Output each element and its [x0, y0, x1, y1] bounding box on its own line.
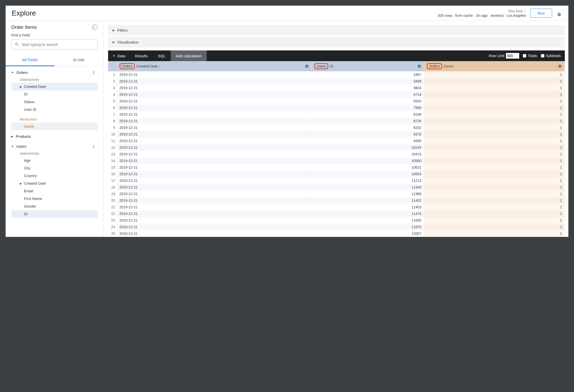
- data-cell[interactable]: 1: [424, 124, 565, 131]
- data-cell[interactable]: 11685: [312, 217, 424, 224]
- dimension-field[interactable]: ▶Email: [11, 187, 98, 195]
- dimension-field[interactable]: ▶City: [11, 164, 98, 172]
- data-cell[interactable]: 1: [424, 177, 565, 184]
- data-cell[interactable]: 2019-12-21: [117, 111, 312, 118]
- data-cell[interactable]: 5920: [312, 98, 424, 104]
- data-cell[interactable]: 1: [424, 91, 565, 98]
- filters-panel[interactable]: ▶ Filters: [108, 25, 565, 35]
- data-cell[interactable]: 1: [424, 104, 565, 111]
- data-cell[interactable]: 1: [424, 151, 565, 157]
- data-cell[interactable]: 1: [424, 164, 565, 171]
- data-cell[interactable]: 1: [424, 204, 565, 210]
- data-cell[interactable]: 2019-12-21: [117, 131, 312, 138]
- row-limit-input[interactable]: [506, 53, 519, 59]
- data-cell[interactable]: 11870: [312, 224, 424, 230]
- data-cell[interactable]: 2019-12-21: [117, 177, 312, 184]
- measure-field[interactable]: ▶Count: [11, 123, 98, 130]
- column-header[interactable]: OrdersCreated Date ↓: [117, 61, 312, 71]
- data-cell[interactable]: 2019-12-21: [117, 197, 312, 204]
- explore-header[interactable]: ▶Products: [11, 133, 98, 140]
- data-cell[interactable]: 10653: [312, 171, 424, 177]
- data-cell[interactable]: 10243: [312, 144, 424, 151]
- data-cell[interactable]: 1: [424, 144, 565, 151]
- dimension-field[interactable]: ▶Created Date: [11, 180, 98, 187]
- totals-checkbox-group[interactable]: Totals: [523, 54, 537, 58]
- data-cell[interactable]: 2019-12-21: [117, 164, 312, 171]
- data-cell[interactable]: 1: [424, 131, 565, 138]
- tab-results[interactable]: Results: [130, 50, 153, 61]
- data-cell[interactable]: 2019-12-21: [117, 191, 312, 197]
- totals-checkbox[interactable]: [523, 54, 526, 58]
- data-panel-toggle[interactable]: ▼ Data: [108, 54, 130, 58]
- data-cell[interactable]: 11389: [312, 191, 424, 197]
- data-cell[interactable]: 8198: [312, 111, 424, 118]
- data-cell[interactable]: 2019-12-21: [117, 124, 312, 131]
- data-cell[interactable]: 11343: [312, 184, 424, 191]
- data-cell[interactable]: 1: [424, 78, 565, 85]
- data-cell[interactable]: 2019-12-21: [117, 144, 312, 151]
- data-cell[interactable]: 2019-12-21: [117, 210, 312, 217]
- data-cell[interactable]: 2019-12-21: [117, 138, 312, 144]
- column-settings-button[interactable]: [558, 64, 562, 68]
- subtotals-checkbox-group[interactable]: Subtotals: [541, 54, 561, 58]
- data-cell[interactable]: 2019-12-21: [117, 157, 312, 164]
- data-cell[interactable]: 1: [424, 111, 565, 118]
- dimension-field[interactable]: ▶Age: [11, 157, 98, 164]
- data-cell[interactable]: 1867: [312, 71, 424, 78]
- data-cell[interactable]: 1: [424, 184, 565, 191]
- data-cell[interactable]: 2019-12-21: [117, 78, 312, 85]
- column-header[interactable]: OrdersCount: [424, 61, 565, 71]
- data-cell[interactable]: 2019-12-21: [117, 171, 312, 177]
- data-cell[interactable]: 10621: [312, 164, 424, 171]
- data-cell[interactable]: 11402: [312, 197, 424, 204]
- data-cell[interactable]: 3499: [312, 78, 424, 85]
- data-cell[interactable]: 10415: [312, 151, 424, 157]
- timezone-selector[interactable]: Time Zone ⌄: [508, 9, 526, 13]
- dimension-field[interactable]: ▶First Name: [11, 195, 98, 202]
- data-cell[interactable]: 1: [424, 98, 565, 104]
- column-settings-button[interactable]: [417, 64, 421, 68]
- explore-settings-button[interactable]: [556, 11, 562, 18]
- explore-header[interactable]: ▼Users1: [11, 143, 98, 150]
- data-cell[interactable]: 2019-12-21: [117, 230, 312, 237]
- data-cell[interactable]: 10560: [312, 157, 424, 164]
- data-cell[interactable]: 11213: [312, 177, 424, 184]
- data-cell[interactable]: 1: [424, 171, 565, 177]
- data-cell[interactable]: 1: [424, 210, 565, 217]
- data-cell[interactable]: 11475: [312, 210, 424, 217]
- data-cell[interactable]: 2019-12-21: [117, 71, 312, 78]
- data-cell[interactable]: 9202: [312, 124, 424, 131]
- data-cell[interactable]: 2019-12-21: [117, 91, 312, 98]
- data-cell[interactable]: 12007: [312, 230, 424, 237]
- data-cell[interactable]: 9459: [312, 138, 424, 144]
- data-cell[interactable]: 1: [424, 118, 565, 124]
- collapse-sidebar-button[interactable]: [92, 24, 98, 30]
- data-cell[interactable]: 2019-12-21: [117, 184, 312, 191]
- data-cell[interactable]: 1: [424, 157, 565, 164]
- data-cell[interactable]: 3804: [312, 85, 424, 91]
- dimension-field[interactable]: ▶User ID: [11, 106, 98, 113]
- dimension-field[interactable]: ▶ID: [11, 90, 98, 98]
- data-cell[interactable]: 1: [424, 230, 565, 237]
- data-cell[interactable]: 2019-12-21: [117, 85, 312, 91]
- column-header[interactable]: UsersID: [312, 61, 424, 71]
- tab-sql[interactable]: SQL: [153, 50, 171, 61]
- dimension-field[interactable]: ▶Country: [11, 172, 98, 180]
- visualization-panel[interactable]: ▶ Visualization: [108, 37, 565, 47]
- data-cell[interactable]: 2019-12-21: [117, 224, 312, 230]
- data-cell[interactable]: 8726: [312, 118, 424, 124]
- data-cell[interactable]: 2019-12-21: [117, 204, 312, 210]
- field-picker-scroll[interactable]: ▼Orders2DIMENSIONS▶Created Date▶ID▶Statu…: [6, 66, 103, 237]
- dimension-field[interactable]: ▶Gender: [11, 202, 98, 210]
- data-cell[interactable]: 1: [424, 138, 565, 144]
- run-button[interactable]: Run: [530, 9, 552, 18]
- data-cell[interactable]: 1: [424, 71, 565, 78]
- data-cell[interactable]: 1: [424, 191, 565, 197]
- column-settings-button[interactable]: [305, 64, 309, 68]
- data-cell[interactable]: 2019-12-21: [117, 118, 312, 124]
- data-cell[interactable]: 7569: [312, 104, 424, 111]
- subtotals-checkbox[interactable]: [541, 54, 544, 58]
- data-cell[interactable]: 2019-12-21: [117, 104, 312, 111]
- tab-in-use[interactable]: In Use: [55, 54, 103, 66]
- data-table-scroll[interactable]: OrdersCreated Date ↓UsersIDOrdersCount 1…: [108, 61, 568, 237]
